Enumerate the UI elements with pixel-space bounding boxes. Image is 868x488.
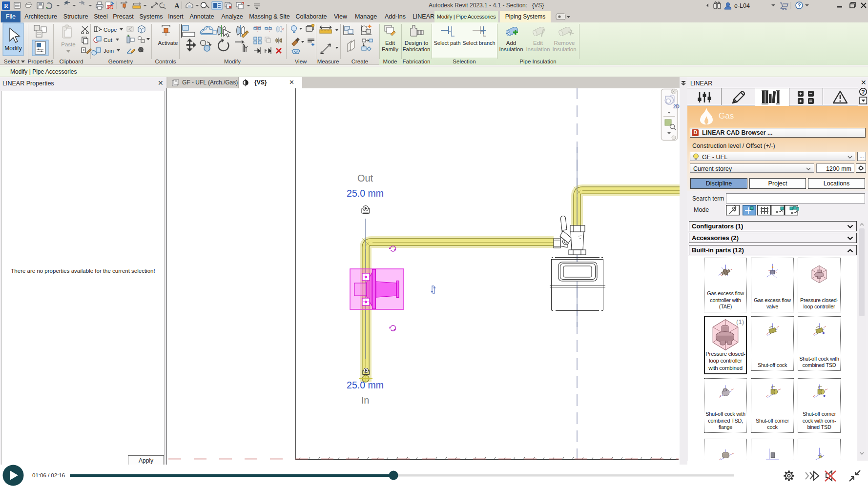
svg-text:25.0 mm: 25.0 mm xyxy=(347,380,384,390)
svg-text:Design to: Design to xyxy=(405,40,429,46)
svg-text:Measure: Measure xyxy=(317,59,339,64)
svg-text:Geometry: Geometry xyxy=(108,59,133,64)
svg-text:?: ? xyxy=(798,2,801,8)
svg-text:Out: Out xyxy=(357,173,373,183)
svg-text:Activate: Activate xyxy=(158,40,178,46)
svg-text:Cope: Cope xyxy=(103,27,117,33)
svg-text:R: R xyxy=(4,2,8,9)
svg-text:Fabrication: Fabrication xyxy=(403,59,431,64)
svg-text:Pipe Insulation: Pipe Insulation xyxy=(519,59,556,64)
svg-text:Edit: Edit xyxy=(385,40,395,46)
svg-text:Create: Create xyxy=(351,59,369,64)
svg-text:Select: Select xyxy=(4,59,20,64)
svg-text:Modify: Modify xyxy=(4,45,21,52)
svg-text:1: 1 xyxy=(163,3,165,7)
svg-text:In: In xyxy=(361,395,370,406)
svg-text:Fabrication: Fabrication xyxy=(403,46,431,52)
svg-text:PDF: PDF xyxy=(107,6,113,9)
svg-text:Insulation: Insulation xyxy=(499,46,523,52)
svg-text:Modify: Modify xyxy=(224,59,241,64)
svg-text:Cut: Cut xyxy=(103,37,113,43)
svg-text:2D: 2D xyxy=(673,104,680,109)
svg-text:Join: Join xyxy=(103,48,114,54)
svg-text:Insulation: Insulation xyxy=(526,46,550,52)
svg-text:Properties: Properties xyxy=(28,59,54,64)
svg-text:Selection: Selection xyxy=(453,59,475,64)
svg-text:e-L04: e-L04 xyxy=(734,2,750,9)
svg-text:Edit: Edit xyxy=(533,40,543,46)
svg-text:Paste: Paste xyxy=(61,41,75,47)
svg-text:Mode: Mode xyxy=(383,59,397,64)
svg-text:25.0 mm: 25.0 mm xyxy=(347,188,384,199)
svg-text:Select branch: Select branch xyxy=(462,40,495,46)
svg-text:Add: Add xyxy=(506,40,516,46)
svg-text:A: A xyxy=(174,2,180,10)
svg-text:Insulation: Insulation xyxy=(552,46,576,52)
svg-text:Family: Family xyxy=(382,46,398,52)
svg-text:Remove: Remove xyxy=(554,40,575,46)
svg-text:Controls: Controls xyxy=(155,59,176,64)
svg-text:Clipboard: Clipboard xyxy=(59,59,83,64)
svg-text:01:06 / 02:16: 01:06 / 02:16 xyxy=(32,472,65,478)
svg-text:View: View xyxy=(295,59,307,64)
svg-text:?: ? xyxy=(861,89,865,96)
svg-text:Select path: Select path xyxy=(434,40,460,46)
